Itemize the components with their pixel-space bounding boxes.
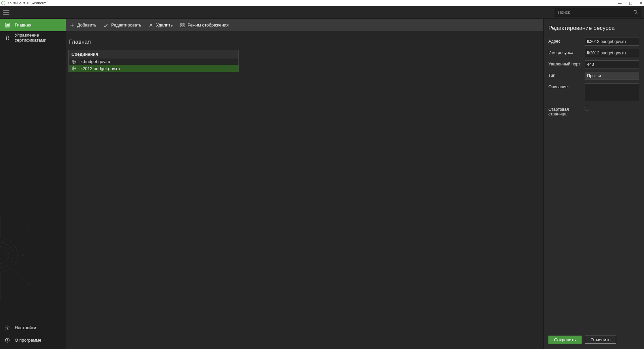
page-title: Главная — [69, 39, 537, 45]
svg-rect-5 — [6, 25, 7, 26]
window-controls: — ▢ ✕ — [618, 1, 643, 5]
input-port[interactable] — [585, 60, 639, 68]
edit-panel-body: Редактирование ресурса Адрес: Имя ресурс… — [544, 19, 644, 332]
window-titlebar: Континент TLS-клиент — ▢ ✕ — [0, 0, 644, 6]
svg-point-10 — [0, 247, 9, 264]
label-startpage: Стартовая страница: — [548, 106, 585, 116]
field-port: Удаленный порт: — [548, 60, 639, 68]
connection-label: lk2012.budget.gov.ru — [79, 66, 120, 71]
label-port: Удаленный порт: — [548, 60, 585, 66]
cancel-button[interactable]: Отменить — [585, 336, 616, 344]
svg-point-11 — [0, 217, 1, 219]
field-type: Тип: Прокси — [548, 72, 639, 80]
sidebar-item-certificates[interactable]: Управление сертификатами — [0, 31, 66, 44]
field-name: Имя ресурса: — [548, 49, 639, 57]
sidebar-bottom: Настройки О программе — [0, 321, 66, 349]
maximize-button[interactable]: ▢ — [629, 1, 632, 5]
toolbar-label: Добавить — [77, 22, 96, 28]
svg-point-16 — [7, 327, 8, 329]
edit-button[interactable]: Редактировать — [104, 22, 141, 28]
svg-point-19 — [7, 339, 7, 339]
sidebar: Главная Управление сертификатами Нас — [0, 19, 66, 349]
input-address[interactable] — [585, 38, 639, 46]
field-description: Описание: — [548, 83, 639, 102]
content-body: Главная Соединения lk.budget.gov.ru lk20… — [66, 31, 543, 349]
close-button[interactable]: ✕ — [640, 1, 643, 5]
certificate-icon — [5, 35, 10, 40]
svg-point-14 — [28, 226, 30, 227]
svg-rect-4 — [8, 24, 9, 25]
svg-rect-27 — [183, 26, 184, 27]
save-button[interactable]: Сохранить — [548, 336, 582, 344]
select-type[interactable]: Прокси — [585, 72, 639, 80]
gear-icon — [5, 325, 10, 331]
delete-button[interactable]: Удалить — [149, 22, 173, 28]
sidebar-item-about[interactable]: О программе — [0, 334, 66, 346]
toolbar-label: Режим отображения — [187, 22, 229, 28]
svg-rect-3 — [6, 24, 7, 25]
label-address: Адрес: — [548, 38, 585, 44]
textarea-description[interactable] — [585, 83, 639, 101]
connection-row[interactable]: lk.budget.gov.ru — [69, 58, 238, 65]
plus-icon — [70, 23, 74, 28]
svg-point-12 — [0, 297, 1, 299]
search-box[interactable] — [555, 8, 641, 17]
titlebar-left: Континент TLS-клиент — [1, 1, 46, 5]
sidebar-item-settings[interactable]: Настройки — [0, 321, 66, 334]
toolbar-label: Удалить — [156, 22, 173, 28]
info-icon — [5, 338, 10, 343]
panel-title: Редактирование ресурса — [548, 25, 639, 32]
toolbar-label: Редактировать — [111, 22, 141, 28]
search-icon[interactable] — [633, 10, 638, 15]
label-name: Имя ресурса: — [548, 49, 585, 55]
panel-footer: Сохранить Отменить — [544, 332, 644, 349]
hamburger-menu[interactable] — [3, 10, 9, 15]
field-address: Адрес: — [548, 38, 639, 46]
svg-point-15 — [28, 283, 30, 284]
svg-rect-26 — [181, 26, 182, 27]
decorative-circuit — [0, 205, 40, 305]
connection-label: lk.budget.gov.ru — [79, 59, 110, 64]
label-description: Описание: — [548, 83, 585, 89]
connection-row[interactable]: lk2012.budget.gov.ru — [69, 65, 238, 72]
sidebar-item-label: Управление сертификатами — [15, 33, 61, 43]
grid-icon — [180, 23, 185, 28]
input-name[interactable] — [585, 49, 639, 57]
svg-line-1 — [636, 13, 638, 14]
edit-panel: Редактирование ресурса Адрес: Имя ресурс… — [543, 19, 644, 349]
add-button[interactable]: Добавить — [70, 22, 96, 28]
sidebar-item-label: О программе — [15, 338, 42, 343]
label-type: Тип: — [548, 72, 585, 78]
x-icon — [149, 23, 153, 28]
svg-point-7 — [6, 36, 9, 38]
field-startpage: Стартовая страница: — [548, 106, 639, 116]
toolbar: Добавить Редактировать Удалить Режим ото… — [66, 19, 543, 31]
topbar — [0, 6, 644, 19]
sidebar-item-label: Настройки — [15, 325, 36, 330]
home-icon — [5, 22, 10, 28]
sidebar-item-main[interactable]: Главная — [0, 19, 66, 31]
content-column: Добавить Редактировать Удалить Режим ото… — [66, 19, 543, 349]
globe-icon — [71, 59, 76, 64]
app-icon — [1, 1, 5, 5]
svg-point-8 — [0, 238, 17, 272]
minimize-button[interactable]: — — [618, 1, 622, 5]
svg-point-0 — [634, 10, 637, 13]
svg-rect-25 — [183, 23, 184, 24]
search-input[interactable] — [558, 10, 633, 15]
svg-rect-24 — [181, 23, 182, 24]
svg-rect-6 — [8, 25, 9, 26]
svg-point-9 — [0, 242, 13, 268]
connections-table: Соединения lk.budget.gov.ru lk2012.budge… — [68, 50, 239, 72]
connections-header: Соединения — [69, 50, 238, 58]
display-mode-button[interactable]: Режим отображения — [180, 22, 229, 28]
svg-point-13 — [22, 254, 24, 256]
pencil-icon — [104, 23, 108, 28]
main-layout: Главная Управление сертификатами Нас — [0, 19, 644, 349]
svg-rect-2 — [5, 23, 9, 27]
app-title: Континент TLS-клиент — [7, 1, 46, 5]
globe-icon — [71, 66, 76, 71]
checkbox-startpage[interactable] — [585, 106, 589, 110]
sidebar-item-label: Главная — [15, 22, 31, 28]
